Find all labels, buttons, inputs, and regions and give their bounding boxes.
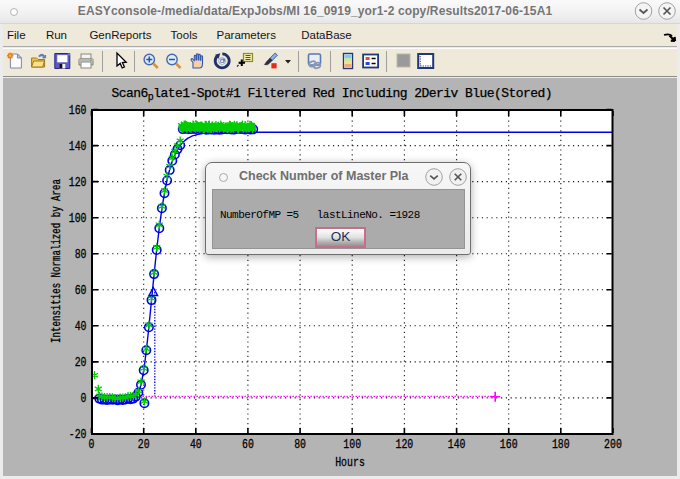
svg-text:20: 20 xyxy=(75,355,87,370)
svg-text:60: 60 xyxy=(242,437,254,452)
svg-text:120: 120 xyxy=(396,437,414,452)
svg-text:40: 40 xyxy=(75,319,87,334)
svg-text:0: 0 xyxy=(81,391,87,406)
svg-text:160: 160 xyxy=(69,103,87,118)
svg-text:40: 40 xyxy=(190,437,202,452)
svg-text:Hours: Hours xyxy=(335,455,365,470)
svg-text:60: 60 xyxy=(75,283,87,298)
svg-text:-20: -20 xyxy=(69,427,87,442)
svg-text:140: 140 xyxy=(448,437,466,452)
svg-text:Intensities Normalized by Area: Intensities Normalized by Area xyxy=(49,179,63,343)
svg-text:180: 180 xyxy=(552,437,570,452)
svg-text:100: 100 xyxy=(343,437,361,452)
svg-text:140: 140 xyxy=(69,139,87,154)
svg-text:80: 80 xyxy=(294,437,306,452)
svg-text:120: 120 xyxy=(69,175,87,190)
svg-text:0: 0 xyxy=(89,437,95,452)
svg-text:20: 20 xyxy=(138,437,150,452)
svg-text:100: 100 xyxy=(69,211,87,226)
svg-text:80: 80 xyxy=(75,247,87,262)
svg-text:200: 200 xyxy=(604,437,622,452)
svg-text:Scan6plate1-Spot#1 Filtered Re: Scan6plate1-Spot#1 Filtered Red Includin… xyxy=(111,86,552,103)
svg-text:160: 160 xyxy=(500,437,518,452)
